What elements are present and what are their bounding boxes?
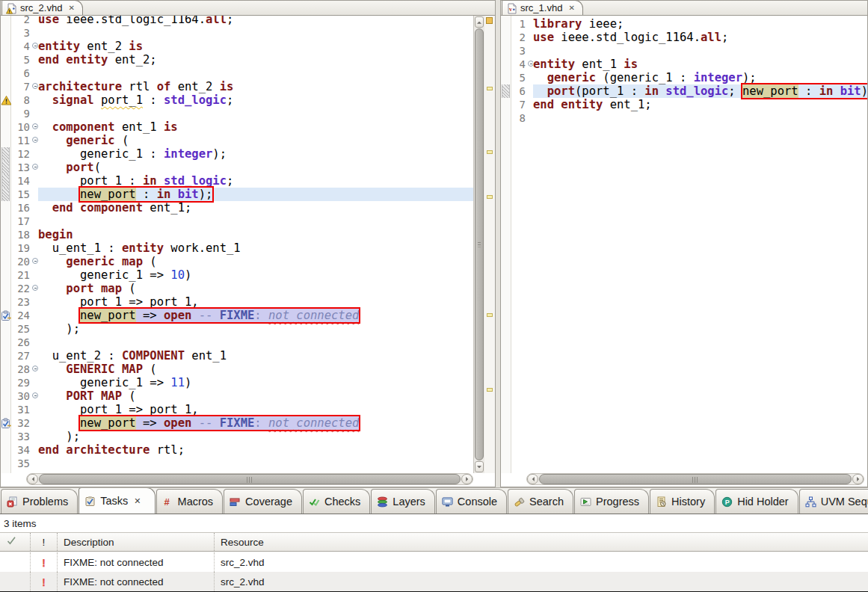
view-tab-hid-holder[interactable]: PHid Holder — [715, 489, 798, 514]
code-line[interactable] — [38, 215, 473, 228]
view-tab-progress[interactable]: Progress — [574, 489, 649, 514]
code-line[interactable]: generic ( — [38, 134, 473, 147]
scroll-left-button[interactable] — [27, 474, 38, 484]
code-line[interactable]: library ieee; — [533, 17, 867, 31]
overview-occurrence-marker[interactable] — [487, 87, 493, 90]
code-line[interactable]: PORT MAP ( — [38, 389, 473, 403]
code-line[interactable]: port(port_1 : in std_logic; new_port : i… — [533, 84, 867, 98]
code-line[interactable]: end component ent_1; — [38, 201, 473, 215]
code-line[interactable]: end architecture rtl; — [38, 443, 473, 457]
fold-collapse-icon[interactable] — [32, 164, 38, 170]
view-tab-tasks[interactable]: Tasks✕ — [79, 487, 155, 514]
close-icon[interactable]: ✕ — [134, 496, 141, 506]
overview-occurrence-marker[interactable] — [487, 195, 493, 199]
marker-warning-icon[interactable] — [1, 95, 11, 105]
code-line[interactable]: generic map ( — [38, 255, 473, 268]
code-line[interactable]: use ieee.std_logic_1164.all; — [533, 31, 867, 44]
code-line[interactable]: generic (generic_1 : integer); — [533, 71, 867, 84]
code-line[interactable]: begin — [38, 228, 473, 241]
overview-occurrence-marker[interactable] — [487, 388, 493, 392]
code-line[interactable]: port_1 => port_1, — [38, 295, 473, 309]
view-tab-search[interactable]: Search — [508, 489, 573, 514]
code-line[interactable]: port_1 => port_1, — [38, 403, 473, 416]
editor-tab-src1[interactable]: v src_1.vhd ✕ — [502, 0, 583, 15]
overview-occurrence-marker[interactable] — [487, 150, 493, 154]
horizontal-scroll-thumb[interactable] — [539, 474, 852, 484]
fold-collapse-icon[interactable] — [32, 43, 38, 49]
code-line[interactable]: generic_1 : integer); — [38, 147, 473, 161]
fold-collapse-icon[interactable] — [32, 258, 38, 264]
marker-task-icon[interactable] — [1, 310, 11, 321]
fold-collapse-icon[interactable] — [32, 366, 38, 371]
view-tab-coverage[interactable]: Coverage — [224, 489, 302, 514]
code-line[interactable]: port_1 : in std_logic; — [38, 174, 473, 188]
vertical-scrollbar[interactable] — [473, 16, 484, 473]
column-header-Resource[interactable]: Resource — [214, 533, 868, 551]
horizontal-scrollbar-right[interactable] — [526, 473, 864, 485]
completed-cell[interactable] — [0, 552, 30, 572]
view-tab-console[interactable]: Console — [436, 489, 507, 514]
code-line[interactable]: architecture rtl of ent_2 is — [38, 80, 473, 93]
scroll-right-button[interactable] — [461, 474, 473, 484]
code-line[interactable] — [38, 457, 473, 470]
fold-collapse-icon[interactable] — [32, 137, 38, 143]
code-line[interactable]: generic_1 => 10) — [38, 268, 473, 282]
view-tab-macros[interactable]: #Macros — [156, 489, 224, 514]
code-line[interactable]: u_ent_2 : COMPONENT ent_1 — [38, 349, 473, 363]
code-line[interactable]: entity ent_1 is — [533, 58, 867, 71]
view-tab-uvm-sequenc[interactable]: UVM Sequenc — [799, 489, 868, 514]
code-area-src2[interactable]: use ieee.std_logic_1164.all;entity ent_2… — [38, 16, 473, 473]
code-line[interactable]: generic_1 => 11) — [38, 376, 473, 389]
code-line[interactable]: entity ent_2 is — [38, 40, 473, 53]
code-area-src1[interactable]: library ieee;use ieee.std_logic_1164.all… — [533, 16, 867, 473]
vertical-scroll-thumb[interactable] — [475, 28, 484, 460]
scroll-down-button[interactable] — [475, 461, 484, 472]
view-tab-problems[interactable]: Problems — [1, 489, 78, 514]
column-header-check[interactable] — [0, 533, 30, 551]
fold-collapse-icon[interactable] — [32, 392, 38, 398]
close-icon[interactable]: ✕ — [568, 4, 574, 12]
code-line[interactable]: new_port : in bit); — [38, 188, 473, 201]
column-header-Description[interactable]: Description — [57, 533, 214, 551]
task-row[interactable]: !FIXME: not connectedsrc_2.vhd — [0, 552, 868, 572]
editor-tab-src2[interactable]: src_2.vhd ✕ — [1, 0, 83, 15]
code-line[interactable]: GENERIC MAP ( — [38, 363, 473, 376]
close-icon[interactable]: ✕ — [68, 4, 74, 12]
code-line[interactable]: new_port => open -- FIXME: not connected — [38, 309, 473, 322]
code-line[interactable]: port( — [38, 161, 473, 174]
code-line[interactable]: component ent_1 is — [38, 120, 473, 134]
horizontal-scroll-thumb[interactable] — [39, 474, 461, 484]
view-tab-layers[interactable]: Layers — [371, 489, 435, 514]
fold-collapse-icon[interactable] — [32, 285, 38, 291]
fold-collapse-icon[interactable] — [32, 83, 38, 89]
code-line[interactable] — [38, 107, 473, 120]
code-line[interactable] — [533, 44, 867, 58]
gutter-row: 27 — [11, 349, 31, 363]
code-line[interactable]: ); — [38, 322, 473, 336]
task-row[interactable]: !FIXME: not connectedsrc_2.vhd — [0, 572, 868, 591]
code-line[interactable]: use ieee.std_logic_1164.all; — [38, 16, 473, 26]
marker-task-icon[interactable] — [1, 418, 11, 428]
scroll-right-button[interactable] — [852, 474, 864, 484]
code-line[interactable]: port map ( — [38, 282, 473, 295]
view-tab-checks[interactable]: Checks — [303, 489, 370, 514]
code-line[interactable] — [533, 111, 867, 125]
code-line[interactable] — [38, 26, 473, 40]
overview-status-square[interactable] — [486, 17, 493, 24]
code-line[interactable]: end entity ent_1; — [533, 98, 867, 111]
overview-occurrence-marker[interactable] — [487, 313, 493, 317]
code-line[interactable] — [38, 67, 473, 80]
fold-collapse-icon[interactable] — [32, 123, 38, 129]
view-tab-history[interactable]: History — [650, 489, 715, 514]
scroll-up-button[interactable] — [475, 16, 484, 28]
code-line[interactable]: ); — [38, 430, 473, 443]
code-line[interactable]: u_ent_1 : entity work.ent_1 — [38, 241, 473, 255]
code-line[interactable] — [38, 336, 473, 349]
horizontal-scrollbar-left[interactable] — [26, 473, 473, 485]
completed-cell[interactable] — [0, 572, 30, 591]
code-line[interactable]: new_port => open -- FIXME: not connected — [38, 416, 473, 430]
code-line[interactable]: end entity ent_2; — [38, 53, 473, 67]
column-header-![interactable]: ! — [30, 533, 57, 551]
code-line[interactable]: signal port_1 : std_logic; — [38, 93, 473, 107]
scroll-left-button[interactable] — [527, 474, 538, 484]
